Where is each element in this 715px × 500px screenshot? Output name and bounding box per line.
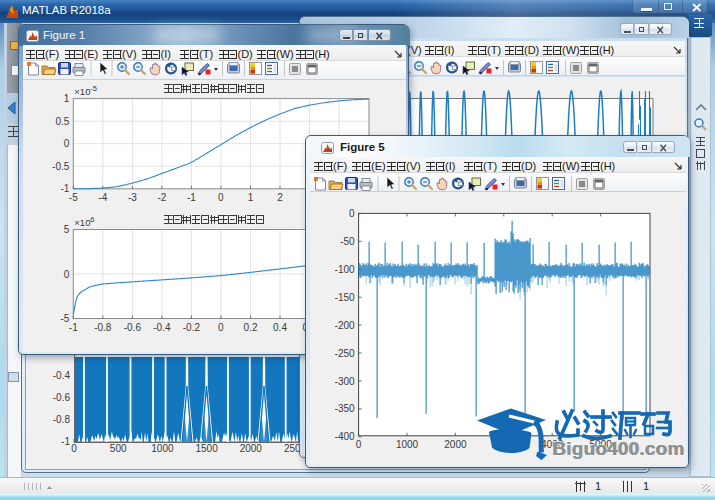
- svg-text:0: 0: [349, 208, 355, 219]
- svg-text:0: 0: [71, 443, 77, 454]
- svg-text:2000: 2000: [240, 443, 263, 454]
- svg-text:0: 0: [218, 322, 224, 333]
- svg-text:-50: -50: [340, 236, 355, 247]
- svg-text:-0.8: -0.8: [53, 414, 71, 425]
- svg-text:-0.6: -0.6: [53, 392, 71, 403]
- svg-text:500: 500: [110, 443, 127, 454]
- svg-text:-3: -3: [128, 192, 137, 203]
- svg-text:-250: -250: [335, 348, 355, 359]
- svg-text:0: 0: [356, 439, 362, 450]
- svg-text:6: 6: [90, 215, 94, 224]
- svg-text:2: 2: [277, 192, 283, 203]
- svg-text:-2: -2: [157, 192, 166, 203]
- svg-text:-0.8: -0.8: [94, 322, 112, 333]
- svg-text:1: 1: [248, 192, 254, 203]
- svg-text:-0.4: -0.4: [53, 370, 71, 381]
- svg-text:-100: -100: [335, 264, 355, 275]
- svg-text:-0.2: -0.2: [183, 322, 201, 333]
- svg-text:1000: 1000: [396, 439, 419, 450]
- svg-text:1: 1: [64, 93, 70, 104]
- svg-text:0: 0: [64, 269, 70, 280]
- svg-text:-400: -400: [335, 431, 355, 442]
- svg-text:-200: -200: [335, 320, 355, 331]
- svg-text:-350: -350: [335, 403, 355, 414]
- svg-text:Biguo400.com: Biguo400.com: [553, 438, 685, 459]
- svg-text:1500: 1500: [195, 443, 218, 454]
- svg-text:-150: -150: [335, 292, 355, 303]
- svg-text:-0.6: -0.6: [124, 322, 142, 333]
- svg-text:-5: -5: [69, 192, 78, 203]
- svg-text:2000: 2000: [444, 439, 467, 450]
- svg-text:0: 0: [218, 192, 224, 203]
- svg-text:-300: -300: [335, 376, 355, 387]
- svg-text:5: 5: [64, 224, 70, 235]
- svg-text:-1: -1: [61, 436, 70, 447]
- svg-text:0.2: 0.2: [244, 322, 258, 333]
- svg-text:0.5: 0.5: [55, 116, 69, 127]
- svg-text:0: 0: [64, 138, 70, 149]
- svg-text:-0.4: -0.4: [153, 322, 171, 333]
- svg-text:-0.5: -0.5: [52, 161, 70, 172]
- svg-text:-1: -1: [187, 192, 196, 203]
- svg-text:-5: -5: [90, 84, 97, 93]
- svg-text:×10: ×10: [74, 86, 90, 97]
- svg-text:0.4: 0.4: [273, 322, 287, 333]
- svg-text:1000: 1000: [151, 443, 174, 454]
- svg-text:×10: ×10: [74, 217, 90, 228]
- svg-text:-1: -1: [69, 322, 78, 333]
- svg-text:-4: -4: [98, 192, 107, 203]
